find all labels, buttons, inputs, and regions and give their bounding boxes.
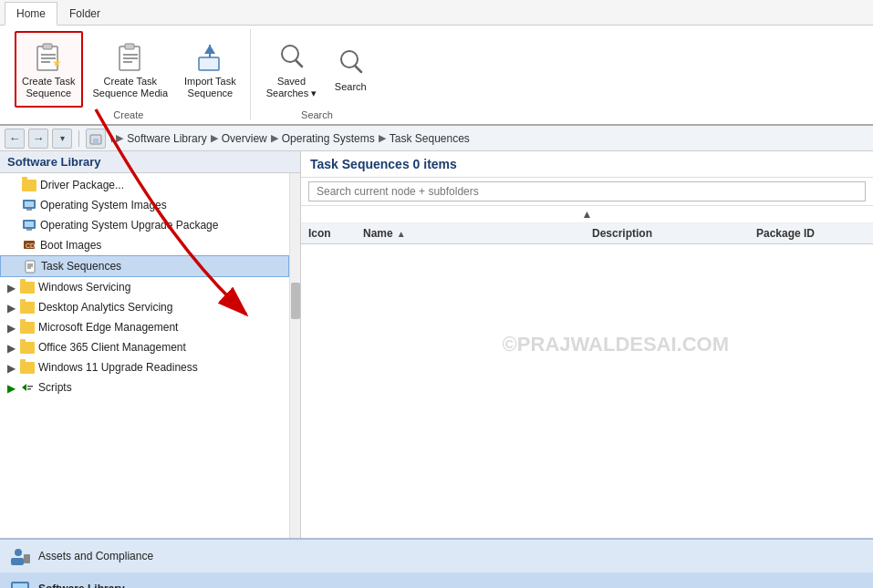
dropdown-button[interactable]: ▾ — [52, 129, 72, 149]
os-image-icon — [22, 198, 36, 212]
sidebar-item-driver-packages[interactable]: Driver Package... — [0, 175, 289, 195]
search-icon — [334, 45, 367, 77]
svg-rect-33 — [27, 386, 33, 387]
expand-icon-scripts: ▶ — [7, 382, 18, 393]
nav-software-label: Software Library — [38, 583, 125, 588]
folder-edge-icon — [20, 320, 35, 335]
sidebar: Software Library Driver Package... Opera… — [0, 151, 301, 538]
saved-searches-label: SavedSearches ▾ — [266, 76, 317, 99]
sidebar-item-scripts[interactable]: ▶ Scripts — [0, 377, 289, 397]
home-nav-icon[interactable] — [86, 129, 106, 149]
scripts-icon — [20, 380, 35, 395]
search-bar — [301, 178, 873, 206]
sidebar-item-os-images[interactable]: Operating System Images — [0, 195, 289, 215]
bottom-nav: Assets and Compliance Software Library — [0, 538, 873, 588]
svg-rect-21 — [25, 201, 34, 207]
boot-image-icon: CD — [22, 238, 36, 253]
ribbon-group-search: SavedSearches ▾ Search Search — [253, 29, 382, 120]
table-header: Icon Name ▲ Description Package ID — [301, 223, 873, 244]
svg-marker-32 — [22, 384, 26, 391]
svg-rect-36 — [11, 558, 24, 565]
svg-rect-39 — [13, 583, 27, 588]
sidebar-item-desktop-analytics[interactable]: ▶ Desktop Analytics Servicing — [0, 297, 289, 317]
ribbon: ★ Create TaskSequence — [0, 26, 873, 126]
expand-icon-o365: ▶ — [7, 342, 18, 353]
svg-rect-24 — [25, 222, 34, 227]
os-upgrade-icon — [22, 218, 36, 232]
expand-icon-win11: ▶ — [7, 362, 18, 373]
nav-separator — [78, 130, 79, 147]
svg-text:★: ★ — [52, 57, 62, 69]
search-group-label: Search — [301, 108, 333, 122]
col-pkg-header: Package ID — [756, 227, 866, 240]
col-desc-header: Description — [592, 227, 756, 240]
content-panel: Task Sequences 0 items ▲ Icon Name ▲ Des… — [301, 151, 873, 538]
sidebar-item-office365[interactable]: ▶ Office 365 Client Management — [0, 337, 289, 357]
breadcrumb-operating-systems[interactable]: Operating Systems — [282, 132, 375, 145]
create-task-sequence-media-label: Create TaskSequence Media — [93, 76, 169, 99]
search-label: Search — [335, 81, 367, 93]
create-task-sequence-media-icon — [114, 39, 147, 72]
svg-rect-25 — [26, 229, 32, 231]
content-title: Task Sequences 0 items — [301, 151, 873, 178]
svg-line-15 — [296, 60, 302, 67]
breadcrumb-overview[interactable]: Overview — [222, 132, 267, 145]
ribbon-tabs: Home Folder — [0, 0, 873, 26]
sidebar-item-windows-servicing[interactable]: ▶ Windows Servicing — [0, 277, 289, 297]
breadcrumb-software-library[interactable]: Software Library — [127, 132, 206, 145]
svg-rect-22 — [26, 209, 32, 211]
svg-text:CD: CD — [26, 242, 35, 249]
sidebar-item-task-sequences[interactable]: Task Sequences — [0, 255, 289, 277]
task-seq-icon — [23, 259, 37, 273]
saved-searches-icon — [275, 39, 307, 72]
breadcrumb-root[interactable]: \ — [109, 132, 112, 145]
scrollbar-thumb[interactable] — [291, 283, 300, 319]
import-task-sequence-icon — [193, 39, 226, 72]
nav-bar: ← → ▾ \ ▶ Software Library ▶ Overview ▶ … — [0, 126, 873, 151]
forward-button[interactable]: → — [28, 129, 48, 149]
search-input[interactable] — [308, 181, 866, 201]
create-task-sequence-label: Create TaskSequence — [22, 76, 76, 99]
sidebar-item-win11-readiness[interactable]: ▶ Windows 11 Upgrade Readiness — [0, 357, 289, 377]
sort-arrow: ▲ — [397, 229, 406, 239]
svg-rect-7 — [125, 44, 134, 49]
tab-folder[interactable]: Folder — [57, 2, 112, 25]
nav-assets-compliance[interactable]: Assets and Compliance — [0, 540, 873, 573]
sort-chevron: ▲ — [582, 208, 593, 221]
svg-line-17 — [355, 66, 361, 72]
assets-compliance-icon — [9, 545, 31, 567]
breadcrumb-task-sequences[interactable]: Task Sequences — [390, 132, 470, 145]
breadcrumb: \ ▶ Software Library ▶ Overview ▶ Operat… — [109, 132, 470, 145]
expand-icon-da: ▶ — [7, 302, 18, 313]
folder-da-icon — [20, 300, 35, 315]
software-library-icon — [9, 578, 31, 588]
sidebar-scrollbar[interactable] — [289, 173, 300, 538]
svg-rect-1 — [43, 44, 52, 49]
import-task-sequence-label: Import TaskSequence — [184, 76, 236, 99]
col-name-header[interactable]: Name ▲ — [363, 227, 592, 240]
sidebar-item-edge-mgmt[interactable]: ▶ Microsoft Edge Management — [0, 317, 289, 337]
tab-home[interactable]: Home — [5, 2, 57, 26]
create-task-sequence-media-button[interactable]: Create TaskSequence Media — [87, 31, 175, 108]
sidebar-content: Driver Package... Operating System Image… — [0, 173, 289, 538]
sidebar-item-os-upgrade[interactable]: Operating System Upgrade Package — [0, 215, 289, 235]
svg-rect-19 — [93, 139, 99, 144]
table-body — [301, 244, 873, 538]
folder-icon — [22, 178, 36, 192]
create-task-sequence-button[interactable]: ★ Create TaskSequence — [15, 31, 83, 108]
import-task-sequence-button[interactable]: Import TaskSequence — [178, 31, 243, 108]
sidebar-item-boot-images[interactable]: CD Boot Images — [0, 235, 289, 255]
create-task-sequence-icon: ★ — [32, 39, 65, 72]
search-button[interactable]: Search — [327, 31, 374, 108]
svg-rect-37 — [24, 554, 30, 563]
saved-searches-button[interactable]: SavedSearches ▾ — [260, 31, 324, 108]
main-area: Software Library Driver Package... Opera… — [0, 151, 873, 538]
back-button[interactable]: ← — [5, 129, 25, 149]
nav-software-library[interactable]: Software Library — [0, 573, 873, 588]
ribbon-group-create: ★ Create TaskSequence — [7, 29, 251, 120]
folder-ws-icon — [20, 280, 35, 294]
sidebar-title: Software Library — [0, 151, 300, 173]
svg-rect-34 — [27, 388, 31, 390]
col-icon-header: Icon — [308, 227, 363, 240]
nav-assets-label: Assets and Compliance — [38, 550, 153, 562]
